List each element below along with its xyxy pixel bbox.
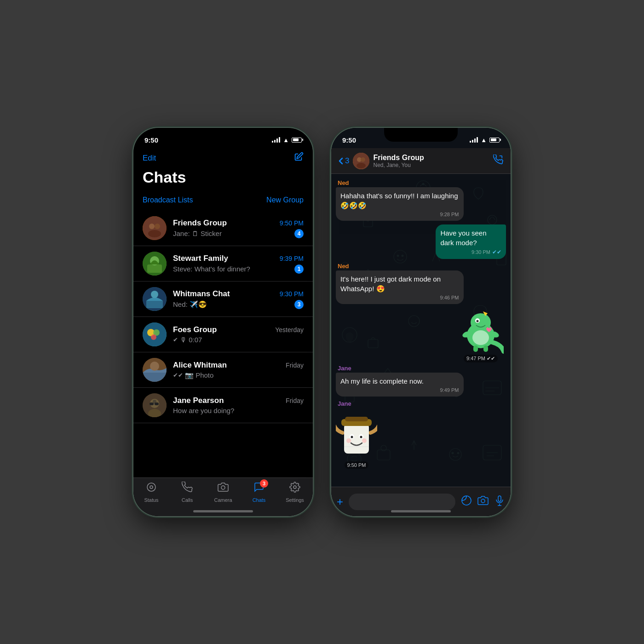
camera-icon — [218, 482, 229, 495]
chat-time-friends: 9:50 PM — [280, 219, 304, 227]
message-jane-complete: Ah my life is complete now. 9:49 PM — [336, 373, 464, 397]
header-info: Friends Group Ned, Jane, You — [373, 154, 489, 168]
avatar-alice-whitman — [143, 358, 167, 382]
sticker-outgoing-dino: 9:47 PM ✔✔ — [455, 308, 506, 363]
nav-item-status[interactable]: Status — [133, 482, 169, 503]
msg-ticks: ✔✔ — [492, 249, 501, 255]
chats-screen: 9:50 ▲ Edit — [133, 128, 313, 516]
edit-button[interactable]: Edit — [143, 154, 156, 163]
nav-item-settings[interactable]: Settings — [277, 482, 313, 503]
svg-rect-77 — [345, 417, 368, 421]
chat-item-friends-group[interactable]: Friends Group 9:50 PM Jane: 🗒 Sticker 4 — [133, 211, 313, 246]
dino-sticker-svg — [458, 308, 504, 354]
nav-label-calls: Calls — [182, 497, 193, 503]
home-indicator-left — [193, 510, 253, 512]
new-group-button[interactable]: New Group — [266, 196, 304, 204]
chat-preview-foes: ✔ 🎙 0:07 — [173, 336, 202, 344]
sticker-time-dino: 9:47 PM ✔✔ — [464, 355, 498, 362]
chat-time-foes: Yesterday — [275, 326, 304, 334]
sticker-button[interactable] — [461, 495, 472, 509]
chat-preview-friends: Jane: 🗒 Sticker — [173, 230, 222, 237]
msg-time: 9:46 PM — [440, 295, 459, 300]
chat-preview-alice: ✔✔ 📷 Photo — [173, 371, 213, 380]
svg-point-24 — [147, 483, 155, 491]
back-count: 3 — [345, 156, 349, 166]
status-icon — [146, 482, 157, 495]
status-time-right: 9:50 — [342, 136, 356, 144]
svg-point-62 — [356, 163, 366, 168]
mic-button[interactable] — [494, 495, 505, 509]
svg-point-79 — [351, 436, 353, 438]
avatar-whitmans-chat — [143, 287, 167, 311]
chat-name-jane: Jane Pearson — [173, 396, 224, 405]
chat-item-stewart-family[interactable]: Stewart Family 9:39 PM Steve: What's for… — [133, 246, 313, 282]
nav-item-chats[interactable]: 3 Chats — [241, 482, 277, 503]
chat-item-foes-group[interactable]: Foes Group Yesterday ✔ 🎙 0:07 — [133, 317, 313, 352]
chat-item-alice-whitman[interactable]: Alice Whitman Friday ✔✔ 📷 Photo — [133, 352, 313, 388]
calls-icon — [182, 482, 193, 495]
chat-name-stewart: Stewart Family — [173, 254, 228, 263]
add-attachment-button[interactable]: + — [337, 495, 343, 508]
phone-left: 9:50 ▲ Edit — [133, 128, 313, 516]
status-icons-right: ▲ — [470, 137, 500, 144]
svg-point-82 — [346, 438, 351, 443]
chat-name-foes: Foes Group — [173, 325, 217, 334]
chat-item-jane-pearson[interactable]: Jane Pearson Friday How are you doing? — [133, 388, 313, 423]
svg-point-2 — [155, 224, 160, 229]
camera-input-button[interactable] — [477, 495, 489, 509]
message-ned-laugh: Hahaha that's so funny!! I am laughing 🤣… — [336, 187, 464, 221]
notch-right — [384, 128, 458, 142]
chat-header: 3 Friends Group Ned, Jane, You — [331, 148, 511, 174]
battery-icon-right — [489, 138, 500, 143]
msg-text: It's here!! I just got dark mode on What… — [340, 274, 459, 293]
msg-text: Hahaha that's so funny!! I am laughing 🤣… — [340, 191, 459, 210]
compose-icon[interactable] — [293, 152, 304, 165]
chat-badge-friends: 4 — [294, 229, 304, 238]
svg-rect-8 — [146, 301, 163, 308]
nav-label-settings: Settings — [286, 497, 304, 503]
msg-sender-ned-1: Ned Hahaha that's so funny!! I am laughi… — [336, 179, 506, 223]
wifi-icon: ▲ — [283, 137, 289, 144]
signal-bars-right — [470, 137, 478, 143]
notch — [186, 128, 260, 142]
svg-rect-87 — [498, 496, 501, 501]
chat-time-stewart: 9:39 PM — [280, 255, 304, 262]
battery-icon — [292, 138, 302, 143]
messages-area: Ned Hahaha that's so funny!! I am laughi… — [331, 174, 511, 487]
msg-time: 9:28 PM — [440, 212, 459, 217]
nav-item-calls[interactable]: Calls — [169, 482, 205, 503]
svg-point-26 — [221, 486, 225, 489]
message-ned-darkmode: It's here!! I just got dark mode on What… — [336, 270, 464, 304]
broadcast-lists-button[interactable]: Broadcast Lists — [143, 196, 193, 204]
msg-text: Ah my life is complete now. — [340, 376, 459, 386]
avatar-jane-pearson — [143, 393, 167, 417]
msg-outgoing-darkmode: Have you seen dark mode? 9:30 PM ✔✔ — [413, 224, 506, 261]
chats-badge: 3 — [260, 479, 268, 488]
sticker-incoming-cup: 9:50 PM — [336, 410, 377, 469]
chats-actions: Broadcast Lists New Group — [143, 196, 304, 204]
call-button[interactable] — [493, 155, 503, 167]
header-group-name: Friends Group — [373, 154, 489, 162]
nav-label-status: Status — [144, 497, 158, 503]
nav-label-camera: Camera — [214, 497, 232, 503]
chat-time-alice: Friday — [286, 362, 304, 369]
msg-text: Have you seen dark mode? — [440, 228, 501, 247]
msg-sender-ned-2: Ned It's here!! I just got dark mode on … — [336, 263, 506, 306]
chat-detail-screen: 9:50 ▲ 3 — [331, 128, 511, 516]
svg-point-1 — [149, 224, 155, 229]
msg-time: 9:49 PM — [440, 387, 459, 393]
chat-item-whitmans[interactable]: Whitmans Chat 9:30 PM Ned: ✈️😎 3 — [133, 282, 313, 317]
cup-sticker-svg — [336, 410, 377, 460]
msg-sender-jane-2: Jane — [336, 400, 506, 408]
chat-preview-whitmans: Ned: ✈️😎 — [173, 300, 207, 309]
chat-badge-stewart: 1 — [294, 264, 304, 274]
back-button[interactable]: 3 — [339, 156, 349, 166]
settings-icon — [289, 482, 300, 495]
message-input[interactable] — [349, 494, 455, 510]
msg-sender-jane-1: Jane Ah my life is complete now. 9:49 PM — [336, 365, 506, 398]
chats-nav: Edit — [133, 148, 313, 167]
chat-badge-whitmans: 3 — [294, 300, 304, 309]
nav-item-camera[interactable]: Camera — [205, 482, 241, 503]
avatar-foes-group — [143, 322, 167, 346]
svg-point-25 — [150, 486, 153, 489]
